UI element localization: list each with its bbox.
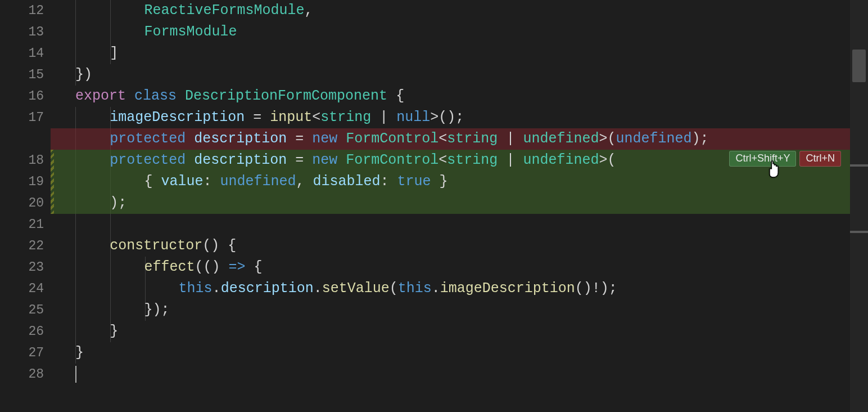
line-number: 23 [0, 257, 44, 278]
code-line[interactable] [51, 214, 868, 235]
code-line[interactable]: FormsModule [51, 21, 868, 43]
line-number: 18 [0, 150, 44, 171]
code-line[interactable]: }) [51, 64, 868, 86]
reject-suggestion-button[interactable]: Ctrl+N [799, 151, 841, 167]
line-number: 28 [0, 364, 44, 385]
overview-ruler[interactable] [850, 0, 868, 412]
line-number: 14 [0, 43, 44, 64]
line-number: 26 [0, 321, 44, 342]
inline-suggestion-actions: Ctrl+Shift+Y Ctrl+N [729, 151, 841, 167]
code-line[interactable]: } [51, 321, 868, 342]
accept-suggestion-button[interactable]: Ctrl+Shift+Y [729, 151, 796, 167]
line-number: 17 [0, 107, 44, 128]
code-line[interactable]: ] [51, 43, 868, 64]
line-number: 25 [0, 299, 44, 321]
code-line[interactable]: ReactiveFormsModule, [51, 0, 868, 21]
code-line[interactable] [51, 364, 868, 385]
line-number: 19 [0, 171, 44, 192]
code-line[interactable]: constructor() { [51, 235, 868, 257]
ruler-mark [850, 231, 868, 233]
diff-added-line[interactable]: ); [51, 192, 868, 214]
line-number: 22 [0, 235, 44, 257]
line-number: 16 [0, 86, 44, 107]
ruler-mark [850, 164, 868, 167]
diff-added-line[interactable]: { value: undefined, disabled: true } [51, 171, 868, 192]
line-number: 15 [0, 64, 44, 86]
text-caret [75, 366, 76, 383]
code-line[interactable]: } [51, 342, 868, 364]
code-line[interactable]: imageDescription = input<string | null>(… [51, 107, 868, 128]
code-line[interactable]: export class DescriptionFormComponent { [51, 86, 868, 107]
code-line[interactable]: effect(() => { [51, 257, 868, 278]
line-number: 21 [0, 214, 44, 235]
scrollbar-thumb[interactable] [852, 50, 866, 82]
line-number: 20 [0, 192, 44, 214]
line-number: 27 [0, 342, 44, 364]
line-number: 12 [0, 0, 44, 21]
diff-removed-line[interactable]: protected description = new FormControl<… [51, 128, 868, 150]
line-number: 13 [0, 21, 44, 43]
code-area[interactable]: ReactiveFormsModule, FormsModule ] }) ex… [51, 0, 868, 385]
line-number-removed [0, 128, 44, 150]
code-line[interactable]: }); [51, 299, 868, 321]
code-editor[interactable]: 12 13 14 15 16 17 18 19 20 21 22 23 24 2… [0, 0, 868, 412]
line-number: 24 [0, 278, 44, 299]
line-number-gutter: 12 13 14 15 16 17 18 19 20 21 22 23 24 2… [0, 0, 51, 412]
code-line[interactable]: this.description.setValue(this.imageDesc… [51, 278, 868, 299]
